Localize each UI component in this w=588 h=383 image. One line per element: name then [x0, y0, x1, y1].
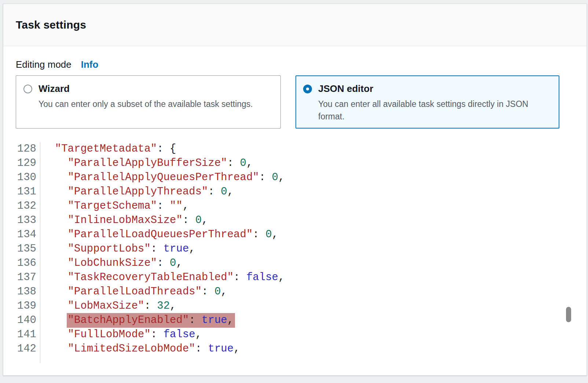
code-line[interactable]: 129 "ParallelApplyBufferSize": 0,	[16, 156, 574, 170]
code-line[interactable]: 138 "ParallelLoadThreads": 0,	[16, 285, 574, 299]
vertical-scrollbar-thumb[interactable]	[566, 307, 571, 322]
line-number: 137	[16, 270, 40, 285]
code-line[interactable]: 142 "LimitedSizeLobMode": true,	[16, 342, 574, 356]
task-settings-panel: Task settings Editing mode Info Wizard Y…	[3, 4, 587, 376]
radio-json-editor[interactable]	[303, 85, 312, 93]
tile-wizard-content: Wizard You can enter only a subset of th…	[38, 83, 253, 110]
tile-wizard-description: You can enter only a subset of the avail…	[38, 98, 253, 110]
tile-json-label: JSON editor	[318, 83, 552, 94]
line-number: 141	[16, 327, 40, 342]
code-line[interactable]: 136 "LobChunkSize": 0,	[16, 256, 574, 270]
line-number: 130	[16, 170, 40, 185]
line-number: 132	[16, 199, 40, 213]
code-line[interactable]: 131 "ParallelApplyThreads": 0,	[16, 185, 574, 199]
panel-header: Task settings	[3, 4, 587, 46]
code-line[interactable]: 134 "ParallelLoadQueuesPerThread": 0,	[16, 227, 574, 242]
code-line[interactable]: 128 "TargetMetadata": {	[16, 142, 574, 156]
line-number: 134	[16, 227, 40, 242]
info-link[interactable]: Info	[81, 59, 99, 70]
line-number: 129	[16, 156, 40, 170]
line-number: 138	[16, 285, 40, 299]
tile-json-editor[interactable]: JSON editor You can enter all available …	[295, 75, 559, 129]
panel-body: Editing mode Info Wizard You can enter o…	[3, 59, 587, 363]
line-number: 133	[16, 213, 40, 227]
code-line[interactable]: 130 "ParallelApplyQueuesPerThread": 0,	[16, 170, 574, 185]
line-number: 131	[16, 185, 40, 199]
line-number: 139	[16, 299, 40, 313]
json-code-editor[interactable]: 128 "TargetMetadata": {129 "ParallelAppl…	[16, 142, 574, 363]
tile-json-content: JSON editor You can enter all available …	[318, 83, 552, 123]
code-line[interactable]: 137 "TaskRecoveryTableEnabled": false,	[16, 270, 574, 285]
line-number: 128	[16, 142, 40, 156]
editing-mode-radio-group: Wizard You can enter only a subset of th…	[16, 75, 574, 129]
line-number: 140	[16, 313, 40, 327]
line-number: 135	[16, 242, 40, 256]
code-line[interactable]: 133 "InlineLobMaxSize": 0,	[16, 213, 574, 227]
tile-json-description: You can enter all available task setting…	[318, 98, 552, 123]
tile-wizard-label: Wizard	[38, 83, 253, 94]
code-line[interactable]: 140 "BatchApplyEnabled": true,	[16, 313, 574, 327]
tile-wizard[interactable]: Wizard You can enter only a subset of th…	[16, 75, 281, 129]
radio-wizard[interactable]	[23, 85, 32, 93]
code-line[interactable]: 135 "SupportLobs": true,	[16, 242, 574, 256]
gutter-divider	[40, 142, 40, 363]
editing-mode-label: Editing mode	[16, 59, 71, 70]
code-line[interactable]: 139 "LobMaxSize": 32,	[16, 299, 574, 313]
highlighted-code: "BatchApplyEnabled": true,	[67, 313, 235, 328]
code-lines: 128 "TargetMetadata": {129 "ParallelAppl…	[16, 142, 574, 356]
code-line[interactable]: 132 "TargetSchema": "",	[16, 199, 574, 213]
page-title: Task settings	[16, 19, 86, 31]
line-number: 136	[16, 256, 40, 270]
editing-mode-row: Editing mode Info	[16, 59, 574, 70]
code-line[interactable]: 141 "FullLobMode": false,	[16, 327, 574, 342]
line-number: 142	[16, 342, 40, 356]
